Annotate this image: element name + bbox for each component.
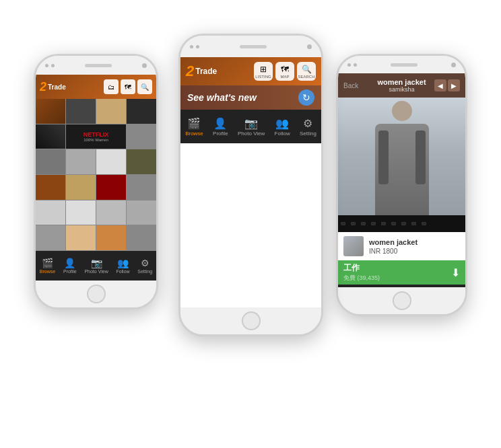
grid-cell-netflix[interactable]: NETFLIX 100% Warren bbox=[66, 124, 126, 149]
grid-cell-21[interactable] bbox=[66, 225, 96, 250]
map-icon-center: 🗺 bbox=[281, 65, 289, 74]
listing-icon: ⊞ bbox=[260, 65, 267, 74]
grid-cell-4[interactable] bbox=[127, 99, 156, 124]
search-icon-btn-left[interactable]: 🔍 bbox=[137, 79, 152, 94]
grid-cell-12[interactable] bbox=[36, 175, 65, 200]
guide-icon: 🗂 bbox=[108, 83, 114, 91]
grid-cell-5[interactable] bbox=[36, 124, 65, 149]
see-whats-new-text: See what's new bbox=[187, 92, 257, 103]
phone-speaker-right bbox=[391, 63, 418, 67]
browse-icon-left: 🎬 bbox=[42, 258, 53, 268]
map-icon-btn-center[interactable]: 🗺 MAP bbox=[275, 62, 294, 81]
scene: 2 Trade 🗂 🗺 🔍 bbox=[0, 0, 501, 448]
product-price-right: INR 1800 bbox=[369, 248, 418, 255]
center-app-header: 2 Trade ⊞ LISTING 🗺 MAP 🔍 SEARCH bbox=[180, 57, 321, 85]
grid-cell-22[interactable] bbox=[96, 225, 126, 250]
grid-cell-3[interactable] bbox=[96, 99, 126, 124]
map-label: MAP bbox=[280, 75, 289, 79]
search-icon-center: 🔍 bbox=[302, 65, 312, 74]
right-app-header: Back women jacket samiksha ◀ ▶ bbox=[338, 73, 465, 98]
profile-label-left: Profile bbox=[63, 269, 77, 274]
grid-cell-17[interactable] bbox=[66, 200, 96, 225]
nav-photo-left[interactable]: 📷 Photo View bbox=[84, 258, 108, 274]
product-image-area bbox=[338, 98, 465, 232]
refresh-icon: ↻ bbox=[302, 92, 310, 103]
center-navbar: 🎬 Browse 👤 Profile 📷 Photo View 👥 Follow… bbox=[180, 110, 321, 143]
grid-cell-10[interactable] bbox=[96, 149, 126, 174]
setting-icon-center: ⚙ bbox=[303, 117, 312, 130]
grid-cell-9[interactable] bbox=[66, 149, 96, 174]
listing-label: LISTING bbox=[255, 75, 271, 79]
dot-2 bbox=[51, 64, 55, 67]
grid-cell-1[interactable] bbox=[36, 99, 65, 124]
follow-label-left: Follow bbox=[116, 269, 129, 274]
grid-cell-19[interactable] bbox=[127, 200, 156, 225]
search-icon-btn-center[interactable]: 🔍 SEARCH bbox=[297, 62, 316, 81]
refresh-button[interactable]: ↻ bbox=[298, 89, 314, 106]
grid-cell-20[interactable] bbox=[36, 225, 65, 250]
next-arrow[interactable]: ▶ bbox=[448, 79, 460, 91]
nav-browse-center[interactable]: 🎬 Browse bbox=[185, 117, 203, 137]
header-icons-left: 🗂 🗺 🔍 bbox=[104, 79, 152, 94]
nav-photo-center[interactable]: 📷 Photo View bbox=[238, 117, 265, 137]
phone-speaker-center bbox=[240, 45, 267, 48]
phone-bottom-left bbox=[36, 281, 156, 307]
grid-cell-23[interactable] bbox=[127, 225, 156, 250]
product-details: women jacket INR 1800 bbox=[369, 238, 418, 255]
map-icon-btn-left[interactable]: 🗺 bbox=[121, 79, 135, 94]
grid-cell-7[interactable] bbox=[127, 124, 156, 149]
download-text-area: 工作 免費 (39,435) bbox=[343, 262, 380, 283]
grid-cell-8[interactable] bbox=[36, 149, 65, 174]
grid-content-left: NETFLIX 100% Warren bbox=[36, 99, 156, 251]
grid-cell-16[interactable] bbox=[36, 200, 65, 225]
phone-left: 2 Trade 🗂 🗺 🔍 bbox=[34, 54, 158, 309]
follow-label-center: Follow bbox=[275, 130, 290, 137]
home-button-right[interactable] bbox=[393, 291, 411, 310]
prev-arrow[interactable]: ◀ bbox=[434, 79, 446, 91]
phone-screen-right: Back women jacket samiksha ◀ ▶ bbox=[338, 73, 465, 287]
profile-icon-left: 👤 bbox=[64, 258, 75, 268]
search-label: SEARCH bbox=[298, 75, 314, 79]
product-title-header: women jacket bbox=[377, 78, 426, 86]
grid-cell-11[interactable] bbox=[127, 149, 156, 174]
browse-icon-center: 🎬 bbox=[187, 117, 201, 130]
grid-cell-14[interactable] bbox=[96, 175, 126, 200]
back-button[interactable]: Back bbox=[343, 82, 358, 89]
grid-cell-18[interactable] bbox=[96, 200, 126, 225]
nav-setting-left[interactable]: ⚙ Setting bbox=[137, 258, 152, 274]
see-whats-new-bar[interactable]: See what's new ↻ bbox=[180, 85, 321, 110]
logo-2-center: 2 bbox=[186, 63, 194, 80]
phone-screen-left: 2 Trade 🗂 🗺 🔍 bbox=[36, 75, 156, 281]
browse-label-left: Browse bbox=[40, 269, 55, 274]
nav-profile-center[interactable]: 👤 Profile bbox=[213, 117, 228, 137]
guide-icon-btn[interactable]: 🗂 bbox=[104, 79, 119, 94]
download-icon[interactable]: ⬇ bbox=[451, 266, 460, 279]
left-app-header: 2 Trade 🗂 🗺 🔍 bbox=[36, 75, 156, 99]
nav-follow-center[interactable]: 👥 Follow bbox=[275, 117, 290, 137]
grid-cell-2[interactable] bbox=[66, 99, 96, 124]
listing-icon-btn[interactable]: ⊞ LISTING bbox=[254, 62, 273, 81]
download-main-text: 工作 bbox=[343, 262, 380, 274]
photo-icon-center: 📷 bbox=[244, 117, 258, 130]
photo-label-left: Photo View bbox=[84, 269, 108, 274]
seller-name: samiksha bbox=[377, 86, 426, 93]
grid-cell-15[interactable] bbox=[127, 175, 156, 200]
home-button-center[interactable] bbox=[242, 311, 261, 330]
phone-bottom-right bbox=[338, 287, 465, 314]
nav-arrows: ◀ ▶ bbox=[434, 79, 460, 91]
nav-setting-center[interactable]: ⚙ Setting bbox=[300, 117, 316, 137]
dot-c1 bbox=[190, 45, 193, 48]
phone-top-center bbox=[180, 36, 321, 57]
download-area[interactable]: 工作 免費 (39,435) ⬇ bbox=[338, 260, 465, 285]
grid-cell-13[interactable] bbox=[66, 175, 96, 200]
map-icon: 🗺 bbox=[125, 83, 131, 91]
product-title-right: women jacket bbox=[369, 238, 418, 246]
phone-screen-center: 2 Trade ⊞ LISTING 🗺 MAP 🔍 SEARCH bbox=[180, 57, 321, 307]
nav-follow-left[interactable]: 👥 Follow bbox=[116, 258, 129, 274]
home-button-left[interactable] bbox=[87, 285, 106, 303]
phone-camera-left bbox=[142, 63, 147, 68]
nav-browse-left[interactable]: 🎬 Browse bbox=[40, 258, 55, 274]
nav-profile-left[interactable]: 👤 Profile bbox=[63, 258, 77, 274]
dot-c2 bbox=[196, 45, 199, 48]
left-navbar: 🎬 Browse 👤 Profile 📷 Photo View 👥 Follow… bbox=[36, 251, 156, 281]
